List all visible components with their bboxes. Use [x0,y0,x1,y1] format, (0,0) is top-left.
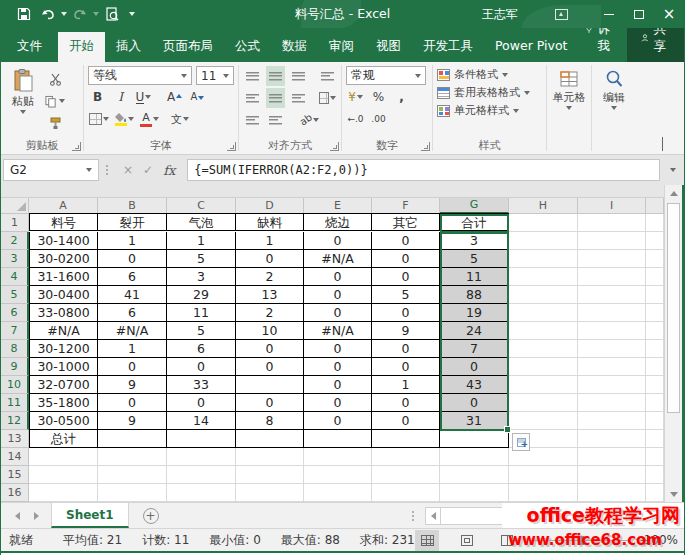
cell-partial-15[interactable] [646,466,664,484]
cell-G14[interactable] [440,448,509,466]
cell-G16[interactable] [440,484,509,502]
cell-partial-12[interactable] [646,412,664,430]
cell-partial-13[interactable] [646,430,664,448]
cell-D10[interactable] [236,376,304,394]
cell-E8[interactable]: 0 [304,340,372,358]
scroll-down-icon[interactable] [665,486,682,502]
cell-E4[interactable]: 0 [304,268,372,286]
cell-B1[interactable]: 裂开 [98,213,167,231]
cell-partial-5[interactable] [646,286,664,304]
name-box[interactable]: G2 [3,159,99,181]
cell-C15[interactable] [167,466,236,484]
cell-G15[interactable] [440,466,509,484]
new-sheet-icon[interactable]: + [143,508,159,524]
auto-fill-options-button[interactable]: + [512,433,530,451]
tab-6[interactable]: 视图 [365,32,412,62]
align-center-button[interactable] [266,88,285,108]
cancel-icon[interactable]: × [123,163,133,177]
font-color-button[interactable]: A [139,109,160,129]
sheet-tab-sheet1[interactable]: Sheet1 [51,503,129,528]
row-header-13[interactable]: 13 [1,430,29,448]
vertical-scrollbar-thumb[interactable] [667,203,680,413]
row-header-7[interactable]: 7 [1,322,29,340]
enter-icon[interactable]: ✓ [143,163,153,177]
editing-dropdown-icon[interactable] [611,106,617,110]
font-size-combobox[interactable]: 11 [196,66,234,85]
fill-handle[interactable] [504,426,511,433]
cell-A5[interactable]: 30-0400 [29,286,98,304]
conditional-formatting-button[interactable]: 条件格式 [437,67,542,82]
cell-E13[interactable] [304,430,372,448]
scroll-left-icon[interactable] [425,507,441,525]
cell-B7[interactable]: #N/A [98,322,167,340]
cell-I7[interactable] [578,322,646,340]
cell-F8[interactable]: 0 [372,340,440,358]
cell-C3[interactable]: 5 [167,250,236,268]
cell-B11[interactable]: 0 [98,394,167,412]
bottom-align-button[interactable] [289,66,308,86]
cell-I9[interactable] [578,358,646,376]
cell-H11[interactable] [509,394,578,412]
cell-partial-16[interactable] [646,484,664,502]
increase-font-button[interactable]: A [165,87,184,107]
cell-D14[interactable] [236,448,304,466]
cell-I5[interactable] [578,286,646,304]
minimize-button[interactable] [594,0,624,28]
cut-button[interactable] [45,70,65,88]
cell-B10[interactable]: 9 [98,376,167,394]
cell-I15[interactable] [578,466,646,484]
cells-button[interactable]: 单元格 [549,65,589,154]
undo-dropdown-icon[interactable] [61,12,67,16]
user-name[interactable]: 王志军 [482,6,518,23]
cell-E2[interactable]: 0 [304,232,372,250]
cell-E9[interactable]: 0 [304,358,372,376]
decrease-indent-button[interactable] [243,110,262,130]
cell-B8[interactable]: 1 [98,340,167,358]
merge-center-button[interactable] [318,88,337,108]
cell-E5[interactable]: 0 [304,286,372,304]
tab-0[interactable]: 开始 [58,32,105,62]
cell-D4[interactable]: 2 [236,268,304,286]
cell-A13[interactable]: 总计 [29,430,98,448]
row-header-14[interactable]: 14 [1,448,29,466]
paste-button[interactable]: 粘贴 [3,65,43,138]
cell-G6[interactable]: 19 [440,304,509,322]
customize-qat-icon[interactable] [125,3,139,25]
cell-D5[interactable]: 13 [236,286,304,304]
row-header-10[interactable]: 10 [1,376,29,394]
cell-F2[interactable]: 0 [372,232,440,250]
save-icon[interactable] [13,3,35,25]
insert-function-icon[interactable]: fx [163,163,175,178]
tab-5[interactable]: 审阅 [318,32,365,62]
cell-G3[interactable]: 5 [440,250,509,268]
align-right-button[interactable] [289,88,308,108]
cell-G12[interactable]: 31 [440,412,509,430]
cell-D2[interactable]: 1 [236,232,304,250]
cell-C9[interactable]: 0 [167,358,236,376]
orientation-button[interactable]: ab [299,110,320,130]
cell-B13[interactable] [98,430,167,448]
cell-partial-14[interactable] [646,448,664,466]
cell-A3[interactable]: 30-0200 [29,250,98,268]
cell-partial-8[interactable] [646,340,664,358]
row-header-4[interactable]: 4 [1,268,29,286]
cell-D15[interactable] [236,466,304,484]
row-header-11[interactable]: 11 [1,394,29,412]
cell-E12[interactable]: 0 [304,412,372,430]
cell-G1[interactable]: 合计 [440,213,509,231]
cell-I1[interactable] [578,214,646,232]
cell-G11[interactable]: 0 [440,394,509,412]
cell-C1[interactable]: 气泡 [167,213,236,231]
cell-D13[interactable] [236,430,304,448]
cell-C5[interactable]: 29 [167,286,236,304]
middle-align-button[interactable] [266,66,285,86]
cell-partial-1[interactable] [646,214,664,232]
editing-button[interactable]: 编辑 [594,65,634,154]
col-header-C[interactable]: C [167,198,236,214]
cell-partial-6[interactable] [646,304,664,322]
cell-I3[interactable] [578,250,646,268]
cell-F12[interactable]: 0 [372,412,440,430]
expand-formula-bar-icon[interactable] [664,168,682,172]
cell-F4[interactable]: 0 [372,268,440,286]
cell-E6[interactable]: 0 [304,304,372,322]
